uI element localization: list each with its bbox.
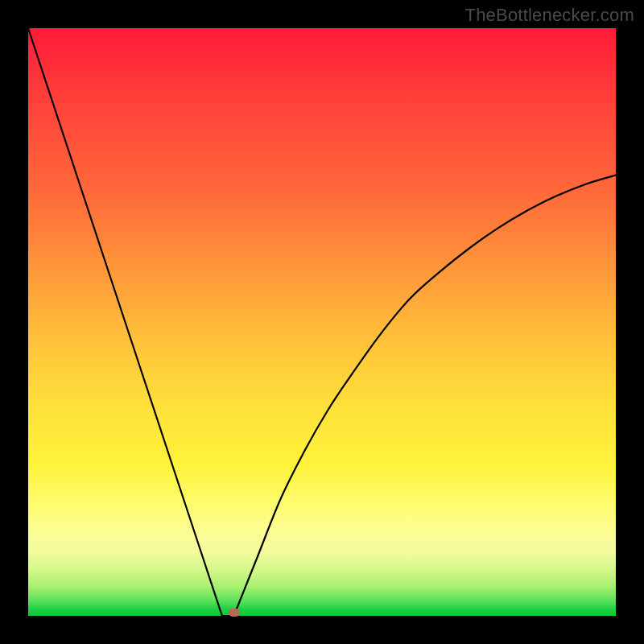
curve-path [28, 28, 616, 616]
chart-frame: TheBottlenecker.com [0, 0, 644, 644]
watermark-text: TheBottlenecker.com [465, 5, 634, 26]
bottleneck-curve [28, 28, 616, 616]
plot-area [28, 28, 616, 616]
optimal-point-marker [229, 609, 240, 617]
